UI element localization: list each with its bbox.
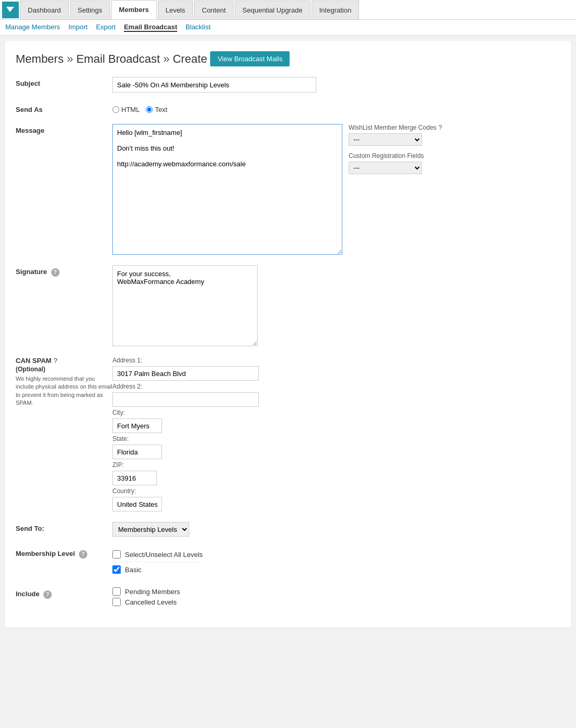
- breadcrumb-create: Create: [172, 52, 207, 66]
- include-row: Include ? Pending Members Cancelled Leve…: [16, 587, 560, 606]
- sub-nav: Manage Members Import Export Email Broad…: [0, 20, 576, 36]
- membership-levels-section: Select/Unselect All Levels Basic: [112, 547, 203, 577]
- state-label: State:: [112, 435, 259, 442]
- select-all-label[interactable]: Select/Unselect All Levels: [125, 551, 203, 559]
- include-cancelled-checkbox[interactable]: [112, 598, 121, 606]
- message-textarea[interactable]: [112, 124, 342, 255]
- send-as-html-radio[interactable]: [112, 106, 119, 113]
- send-to-select[interactable]: Membership Levels All Members Specific M…: [112, 522, 189, 537]
- logo-icon: [5, 5, 16, 15]
- message-area: WishList Member Merge Codes ? --- Custom…: [112, 124, 442, 255]
- nav-tab-sequential-upgrade[interactable]: Sequential Upgrade: [235, 1, 310, 19]
- send-as-text-radio[interactable]: [146, 106, 153, 113]
- address1-label: Address 1:: [112, 357, 259, 364]
- subject-label: Subject: [16, 77, 112, 87]
- zip-input[interactable]: [112, 471, 157, 485]
- signature-help-icon[interactable]: ?: [51, 268, 60, 277]
- logo: [2, 2, 19, 18]
- send-as-text-text: Text: [155, 106, 167, 113]
- include-pending-checkbox[interactable]: [112, 587, 121, 596]
- nav-tab-members[interactable]: Members: [111, 0, 157, 19]
- include-pending-label[interactable]: Pending Members: [125, 588, 180, 596]
- breadcrumb-members: Members: [16, 52, 64, 66]
- breadcrumb-sep2: »: [163, 52, 169, 66]
- merge-codes-select[interactable]: ---: [349, 133, 422, 146]
- send-to-wrapper: Membership Levels All Members Specific M…: [112, 522, 189, 537]
- send-as-html-label[interactable]: HTML: [112, 106, 140, 113]
- nav-tab-content[interactable]: Content: [194, 1, 234, 19]
- send-as-options: HTML Text: [112, 103, 167, 113]
- custom-reg-section: Custom Registration Fields ---: [349, 152, 442, 174]
- city-input[interactable]: [112, 418, 162, 433]
- view-broadcast-mails-button[interactable]: View Broadcast Mails: [210, 51, 290, 66]
- signature-textarea[interactable]: For your success, WebMaxFormance Academy: [112, 265, 258, 346]
- subject-input[interactable]: [112, 77, 316, 93]
- canspam-help-icon[interactable]: ?: [53, 357, 57, 365]
- subject-row: Subject: [16, 77, 560, 93]
- nav-tab-integration[interactable]: Integration: [312, 1, 359, 19]
- signature-label: Signature ?: [16, 265, 112, 277]
- include-cancelled-label[interactable]: Cancelled Levels: [125, 598, 177, 606]
- include-help-icon[interactable]: ?: [43, 590, 52, 599]
- nav-tab-settings[interactable]: Settings: [70, 1, 110, 19]
- send-as-html-text: HTML: [121, 106, 140, 113]
- send-to-row: Send To: Membership Levels All Members S…: [16, 522, 560, 537]
- address2-input[interactable]: [112, 392, 259, 407]
- nav-tab-levels[interactable]: Levels: [158, 1, 193, 19]
- merge-codes-help-icon[interactable]: ?: [439, 124, 442, 131]
- top-nav: Dashboard Settings Members Levels Conten…: [0, 0, 576, 20]
- select-all-row: Select/Unselect All Levels: [112, 547, 203, 562]
- include-section: Pending Members Cancelled Levels: [112, 587, 180, 606]
- message-row: Message WishList Member Merge Codes ? --…: [16, 124, 560, 255]
- select-all-checkbox[interactable]: [112, 550, 121, 559]
- include-cancelled-row: Cancelled Levels: [112, 598, 180, 606]
- sub-nav-import[interactable]: Import: [68, 23, 88, 32]
- message-label: Message: [16, 124, 112, 134]
- signature-row: Signature ? For your success, WebMaxForm…: [16, 265, 560, 346]
- address2-label: Address 2:: [112, 383, 259, 390]
- country-label: Country:: [112, 487, 259, 495]
- breadcrumb-email-broadcast: Email Broadcast: [76, 52, 160, 66]
- merge-codes-title: WishList Member Merge Codes ?: [349, 124, 442, 131]
- nav-tab-dashboard[interactable]: Dashboard: [20, 1, 69, 19]
- membership-level-basic-row: Basic: [112, 562, 203, 577]
- country-input[interactable]: [112, 497, 162, 511]
- page-content: Members » Email Broadcast » Create View …: [5, 41, 571, 627]
- membership-level-row: Membership Level ? Select/Unselect All L…: [16, 547, 560, 577]
- city-label: City:: [112, 409, 259, 416]
- subject-field-wrapper: [112, 77, 316, 93]
- membership-level-basic-label[interactable]: Basic: [125, 566, 142, 574]
- canspam-fields: Address 1: Address 2: City: State: ZIP: …: [112, 357, 259, 511]
- send-to-label: Send To:: [16, 522, 112, 532]
- sub-nav-blacklist[interactable]: Blacklist: [186, 23, 211, 32]
- breadcrumb-sep1: »: [67, 52, 73, 66]
- sub-nav-manage-members[interactable]: Manage Members: [5, 23, 60, 32]
- canspam-row: CAN SPAM ? (Optional) We highly recommen…: [16, 357, 560, 511]
- send-as-label: Send As: [16, 103, 112, 113]
- custom-reg-title: Custom Registration Fields: [349, 152, 442, 160]
- canspam-label: CAN SPAM ? (Optional) We highly recommen…: [16, 357, 112, 407]
- custom-reg-select[interactable]: ---: [349, 162, 422, 174]
- include-pending-row: Pending Members: [112, 587, 180, 596]
- send-as-text-label[interactable]: Text: [146, 106, 167, 113]
- merge-codes-panel: WishList Member Merge Codes ? --- Custom…: [349, 124, 442, 255]
- breadcrumb: Members » Email Broadcast » Create View …: [16, 51, 560, 66]
- membership-level-basic-checkbox[interactable]: [112, 565, 121, 574]
- membership-level-help-icon[interactable]: ?: [79, 550, 87, 559]
- sub-nav-email-broadcast[interactable]: Email Broadcast: [124, 23, 177, 32]
- sub-nav-export[interactable]: Export: [96, 23, 116, 32]
- zip-label: ZIP:: [112, 461, 259, 469]
- include-label: Include ?: [16, 587, 112, 599]
- state-input[interactable]: [112, 445, 162, 459]
- membership-level-label: Membership Level ?: [16, 547, 112, 559]
- address1-input[interactable]: [112, 366, 259, 381]
- send-as-row: Send As HTML Text: [16, 103, 560, 113]
